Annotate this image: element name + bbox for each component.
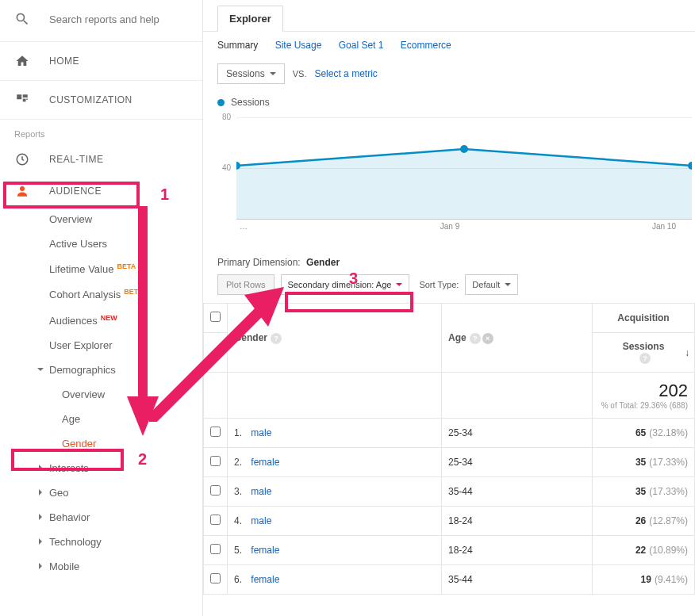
- home-icon: [14, 53, 30, 69]
- gender-link[interactable]: female: [251, 457, 279, 468]
- cell-sessions: 65(32.18%): [593, 419, 695, 448]
- total-sessions-value: 202: [659, 381, 688, 400]
- sidebar-item-interests[interactable]: Interests: [0, 456, 202, 480]
- sort-type-select[interactable]: Default: [465, 274, 518, 295]
- cell-age: 18-24: [442, 536, 593, 565]
- sidebar-item-label: Cohort Analysis: [49, 289, 121, 301]
- gender-link[interactable]: male: [251, 486, 271, 497]
- cell-age: 25-34: [442, 448, 593, 477]
- plot-rows-button[interactable]: Plot Rows: [217, 274, 275, 295]
- sidebar-item-age[interactable]: Age: [0, 407, 202, 431]
- cell-gender: 6. female: [228, 565, 442, 595]
- sidebar-item-label: Interests: [49, 462, 89, 474]
- cell-gender: 4. male: [228, 507, 442, 536]
- select-compare-metric[interactable]: Select a metric: [314, 68, 377, 79]
- help-icon[interactable]: ?: [470, 333, 481, 344]
- sidebar-item-geo[interactable]: Geo: [0, 480, 202, 505]
- subtab-goal1[interactable]: Goal Set 1: [339, 40, 384, 51]
- sidebar-item-label: Mobile: [49, 561, 79, 572]
- help-icon[interactable]: ?: [639, 353, 651, 364]
- table-row: 1. male25-3465(32.18%): [204, 419, 695, 448]
- secondary-dimension-select[interactable]: Secondary dimension: Age: [281, 274, 410, 295]
- svg-rect-2: [23, 99, 26, 102]
- cell-sessions: 26(12.87%): [593, 507, 695, 536]
- tab-explorer[interactable]: Explorer: [217, 6, 283, 32]
- table-row: 5. female18-2422(10.89%): [204, 536, 695, 565]
- sidebar-item-technology[interactable]: Technology: [0, 530, 202, 554]
- xlabel-1: Jan 9: [440, 222, 459, 231]
- gender-link[interactable]: male: [251, 427, 271, 438]
- table-row: 3. male35-4435(17.33%): [204, 477, 695, 507]
- help-icon[interactable]: ?: [271, 333, 282, 344]
- data-table: Gender? Age?× Acquisition Sessions? ↓ 20…: [203, 303, 695, 595]
- row-checkbox[interactable]: [210, 573, 221, 583]
- beta-badge: BETA: [117, 262, 136, 270]
- sidebar-item-audiences[interactable]: AudiencesNEW: [0, 308, 202, 333]
- line-chart: [236, 108, 692, 219]
- nav-customization-label: CUSTOMIZATION: [49, 94, 132, 105]
- vs-label: VS.: [293, 69, 307, 78]
- chevron-right-icon: [35, 488, 46, 496]
- reports-header: Reports: [0, 123, 202, 143]
- cell-age: 25-34: [442, 419, 593, 448]
- row-checkbox[interactable]: [210, 515, 221, 525]
- sidebar-item-label: Technology: [49, 536, 102, 548]
- sidebar-item-mobile[interactable]: Mobile: [0, 554, 202, 579]
- cell-sessions: 35(17.33%): [593, 477, 695, 507]
- close-icon[interactable]: ×: [482, 333, 493, 344]
- metric-selector[interactable]: Sessions: [217, 63, 285, 84]
- sidebar-item-user-explorer[interactable]: User Explorer: [0, 333, 202, 358]
- sidebar-item-overview[interactable]: Overview: [0, 207, 202, 231]
- column-header-label: Sessions: [623, 341, 665, 352]
- cell-sessions: 35(17.33%): [593, 448, 695, 477]
- audience-submenu: Overview Active Users Lifetime ValueBETA…: [0, 207, 202, 579]
- sidebar-item-lifetime-value[interactable]: Lifetime ValueBETA: [0, 256, 202, 281]
- sidebar-item-behavior[interactable]: Behavior: [0, 505, 202, 530]
- column-group-acquisition: Acquisition: [593, 304, 695, 333]
- gender-link[interactable]: male: [251, 515, 271, 526]
- chevron-right-icon: [35, 562, 46, 570]
- row-checkbox[interactable]: [210, 427, 221, 437]
- subtab-site-usage[interactable]: Site Usage: [275, 40, 322, 51]
- row-checkbox[interactable]: [210, 544, 221, 554]
- nav-home[interactable]: HOME: [0, 45, 202, 77]
- beta-badge: BETA: [124, 288, 143, 296]
- xlabel-0: …: [240, 222, 248, 231]
- primary-dimension-value: Gender: [306, 257, 340, 268]
- table-row: 6. female35-4419(9.41%): [204, 565, 695, 595]
- cell-gender: 2. female: [228, 448, 442, 477]
- subtab-summary[interactable]: Summary: [217, 40, 258, 51]
- gender-link[interactable]: female: [251, 545, 279, 556]
- metric-row: Sessions VS. Select a metric: [203, 54, 695, 89]
- dashboard-icon: [14, 92, 30, 108]
- column-header-label: Age: [448, 332, 467, 343]
- column-header-gender[interactable]: Gender?: [228, 304, 442, 373]
- row-checkbox[interactable]: [210, 456, 221, 466]
- sidebar-item-label: Demographics: [49, 364, 116, 376]
- xlabel-2: Jan 10: [652, 222, 676, 231]
- nav-customization[interactable]: CUSTOMIZATION: [0, 84, 202, 116]
- cell-gender: 1. male: [228, 419, 442, 448]
- sidebar-item-demo-overview[interactable]: Overview: [0, 382, 202, 407]
- column-header-sessions[interactable]: Sessions? ↓: [593, 333, 695, 373]
- subtab-ecommerce[interactable]: Ecommerce: [401, 40, 451, 51]
- audience-icon: [14, 183, 30, 199]
- nav-realtime[interactable]: REAL-TIME: [0, 143, 202, 175]
- column-header-age[interactable]: Age?×: [442, 304, 593, 373]
- total-sessions-pct: % of Total: 29.36% (688): [599, 401, 688, 410]
- sidebar-item-demographics[interactable]: Demographics: [0, 358, 202, 382]
- column-header-checkbox[interactable]: [204, 304, 228, 333]
- sidebar-item-active-users[interactable]: Active Users: [0, 231, 202, 256]
- nav-home-label: HOME: [49, 55, 79, 67]
- report-tab-bar: Explorer: [203, 0, 695, 32]
- column-header-label: Gender: [234, 332, 267, 343]
- gender-link[interactable]: female: [251, 574, 279, 585]
- nav-audience[interactable]: AUDIENCE: [0, 175, 202, 207]
- sidebar-item-gender[interactable]: Gender: [0, 431, 202, 456]
- row-checkbox[interactable]: [210, 485, 221, 495]
- cell-age: 18-24: [442, 507, 593, 536]
- table-row: 2. female25-3435(17.33%): [204, 448, 695, 477]
- search-input[interactable]: [49, 13, 190, 25]
- sidebar-item-cohort[interactable]: Cohort AnalysisBETA: [0, 281, 202, 307]
- sort-arrow-icon: ↓: [685, 347, 689, 358]
